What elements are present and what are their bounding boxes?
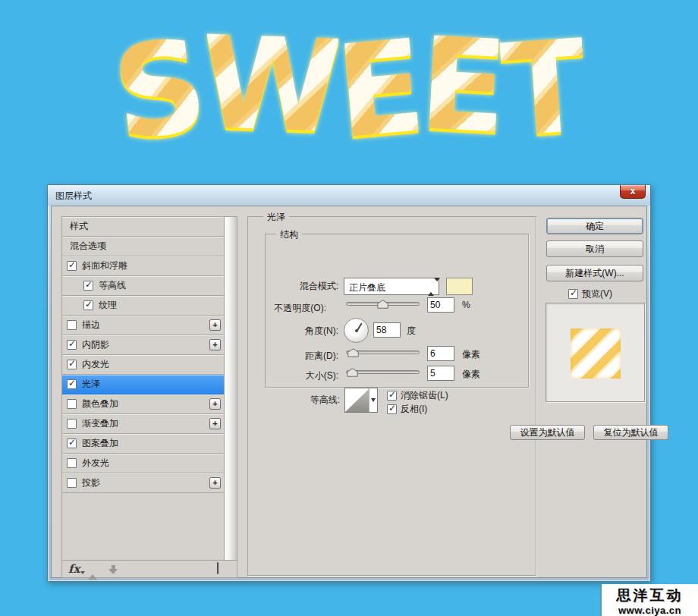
blend-mode-select[interactable]: 正片叠底 [344, 278, 439, 295]
check-icon: ✓ [85, 279, 93, 291]
checkbox[interactable]: ✓ [568, 289, 578, 299]
check-icon: ✓ [68, 358, 76, 369]
reset-default-button[interactable]: 复位为默认值 [593, 425, 668, 440]
opacity-input[interactable] [427, 297, 454, 313]
spinner-arrows-icon [428, 281, 435, 292]
invert-checkbox[interactable]: ✓ 反相(I) [387, 403, 427, 416]
ok-button[interactable]: 确定 [546, 218, 643, 234]
opacity-unit: % [462, 300, 470, 310]
set-default-button[interactable]: 设置为默认值 [510, 425, 585, 440]
dialog-titlebar[interactable]: 图层样式 x [48, 185, 650, 206]
fx-menu-button[interactable]: fx [68, 562, 80, 576]
plus-icon[interactable]: + [209, 418, 221, 429]
chevron-down-icon [371, 398, 376, 402]
opacity-slider[interactable] [346, 299, 420, 309]
angle-unit: 度 [407, 325, 416, 338]
structure-group-title: 结构 [276, 228, 302, 241]
size-unit: 像素 [462, 368, 480, 381]
sidebar-item-gradient-overlay[interactable]: ✓ 渐变叠加 + [62, 414, 224, 434]
invert-label: 反相(I) [401, 403, 427, 416]
checkbox[interactable]: ✓ [67, 360, 77, 369]
antialias-label: 消除锯齿(L) [401, 389, 448, 402]
checkbox[interactable]: ✓ [67, 478, 77, 488]
checkbox[interactable]: ✓ [387, 404, 397, 414]
check-icon: ✓ [388, 403, 396, 414]
close-button[interactable]: x [620, 185, 646, 199]
dialog-client-area: 样式 混合选项 ✓ 斜面和浮雕 ✓ 等高线 ✓ 纹理 ✓ [51, 206, 647, 578]
checkbox[interactable]: ✓ [67, 261, 77, 271]
sidebar-item-label: 混合选项 [70, 237, 106, 256]
sidebar-item-label: 等高线 [99, 276, 126, 295]
angle-input[interactable] [373, 322, 401, 338]
styles-list: 样式 混合选项 ✓ 斜面和浮雕 ✓ 等高线 ✓ 纹理 ✓ [62, 217, 237, 561]
sidebar-item-inner-shadow[interactable]: ✓ 内阴影 + [62, 335, 224, 355]
sidebar-item-label: 渐变叠加 [82, 414, 118, 433]
sidebar-item-stroke[interactable]: ✓ 描边 + [62, 316, 224, 335]
contour-thumbnail [345, 388, 369, 412]
sidebar-item-pattern-overlay[interactable]: ✓ 图案叠加 [62, 434, 224, 454]
contour-dropdown-strip[interactable] [369, 388, 377, 412]
slider-thumb[interactable] [347, 368, 358, 377]
sidebar-item-label: 描边 [82, 316, 100, 335]
plus-icon[interactable]: + [209, 477, 221, 489]
check-icon: ✓ [85, 299, 93, 310]
checkbox[interactable]: ✓ [67, 340, 77, 350]
size-slider[interactable] [346, 367, 420, 377]
sidebar-item-label: 图案叠加 [82, 434, 118, 453]
checkbox[interactable]: ✓ [67, 419, 77, 429]
antialias-checkbox[interactable]: ✓ 消除锯齿(L) [387, 389, 448, 402]
angle-center-dot [355, 329, 358, 332]
checkbox[interactable]: ✓ [83, 300, 93, 310]
styles-panel: 样式 混合选项 ✓ 斜面和浮雕 ✓ 等高线 ✓ 纹理 ✓ [61, 216, 237, 578]
watermark-title: 思洋互动 [602, 586, 698, 605]
sidebar-item-styles[interactable]: 样式 [62, 217, 224, 237]
satin-color-swatch[interactable] [446, 278, 473, 295]
headline-letter: T [498, 22, 589, 155]
contour-picker[interactable] [344, 388, 378, 413]
sidebar-item-inner-glow[interactable]: ✓ 内发光 [62, 355, 224, 375]
new-style-button[interactable]: 新建样式(W)... [546, 265, 643, 281]
angle-dial[interactable] [344, 318, 369, 343]
watermark: 思洋互动 www.ciya.cn [602, 584, 698, 616]
preview-label: 预览(V) [582, 288, 612, 300]
blend-mode-value: 正片叠底 [349, 281, 385, 294]
trash-icon[interactable] [217, 563, 228, 574]
sidebar-item-label: 光泽 [82, 375, 100, 394]
styles-footer: fx [62, 562, 237, 577]
sidebar-item-label: 内发光 [82, 355, 109, 374]
checkbox[interactable]: ✓ [67, 320, 77, 330]
size-input[interactable] [427, 366, 454, 381]
plus-icon[interactable]: + [209, 398, 221, 410]
styles-list-scrollbar[interactable] [224, 217, 237, 560]
fx-caret-icon [80, 571, 85, 574]
sidebar-item-contour[interactable]: ✓ 等高线 [62, 276, 224, 296]
sidebar-item-outer-glow[interactable]: ✓ 外发光 [62, 454, 224, 473]
sidebar-item-blending-options[interactable]: 混合选项 [62, 237, 224, 256]
checkbox[interactable]: ✓ [67, 438, 77, 448]
plus-icon[interactable]: + [209, 339, 221, 350]
sidebar-item-texture[interactable]: ✓ 纹理 [62, 296, 224, 316]
distance-slider[interactable] [346, 347, 420, 357]
close-icon: x [630, 186, 636, 196]
headline-letter: W [199, 19, 339, 151]
move-up-icon[interactable] [88, 564, 99, 574]
opacity-label: 不透明度(O): [261, 302, 326, 315]
move-down-icon[interactable] [108, 564, 118, 574]
checkbox[interactable]: ✓ [67, 379, 77, 389]
sidebar-item-drop-shadow[interactable]: ✓ 投影 + [62, 473, 224, 493]
sidebar-item-satin[interactable]: ✓ 光泽 [62, 375, 224, 394]
plus-icon[interactable]: + [209, 319, 221, 331]
sidebar-item-color-overlay[interactable]: ✓ 颜色叠加 + [62, 394, 224, 414]
slider-thumb[interactable] [347, 348, 359, 357]
cancel-button[interactable]: 取消 [546, 240, 643, 257]
preview-checkbox[interactable]: ✓ 预览(V) [568, 288, 612, 300]
checkbox[interactable]: ✓ [67, 458, 77, 468]
checkbox[interactable]: ✓ [387, 391, 397, 401]
sidebar-item-label: 样式 [70, 217, 88, 236]
checkbox[interactable]: ✓ [67, 399, 77, 409]
checkbox[interactable]: ✓ [83, 281, 93, 291]
headline-letter: S [106, 22, 209, 159]
distance-input[interactable] [427, 346, 454, 361]
slider-thumb[interactable] [377, 300, 388, 309]
sidebar-item-bevel-emboss[interactable]: ✓ 斜面和浮雕 [62, 256, 224, 276]
